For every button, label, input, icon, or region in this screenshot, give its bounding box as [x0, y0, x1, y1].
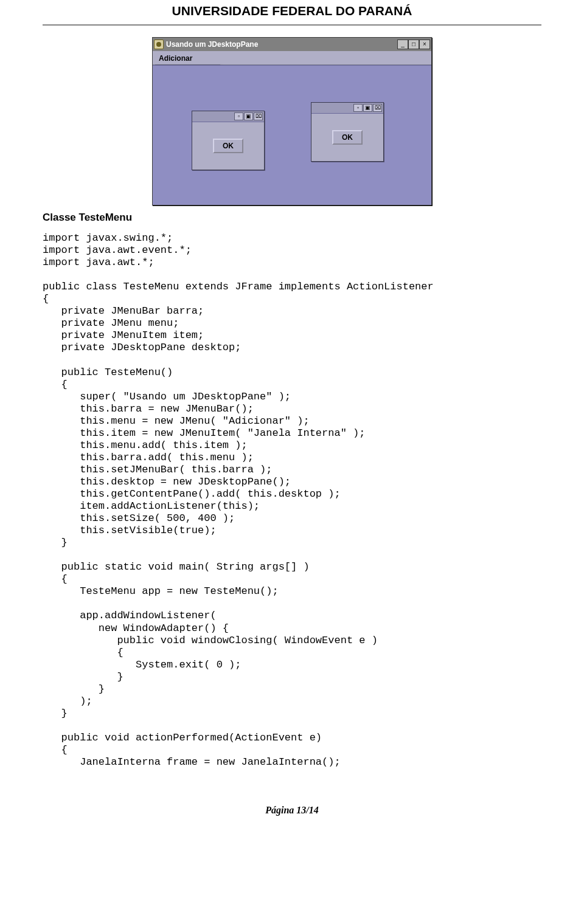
window-title: Usando um JDesktopPane: [166, 40, 397, 49]
java-cup-icon: [154, 40, 164, 49]
ok-button[interactable]: OK: [332, 130, 363, 145]
iconify-icon[interactable]: ▫: [353, 104, 363, 112]
close-icon[interactable]: ⌧: [373, 104, 382, 112]
internal-frame-body: OK: [311, 114, 383, 161]
document-page: UNIVERSIDADE FEDERAL DO PARANÁ Usando um…: [0, 0, 584, 840]
minimize-button[interactable]: _: [397, 40, 408, 49]
screenshot-container: Usando um JDesktopPane _ □ × Adicionar J…: [43, 37, 541, 205]
titlebar: Usando um JDesktopPane _ □ ×: [153, 38, 431, 51]
internal-frame[interactable]: ▫ ▣ ⌧ OK: [192, 111, 265, 170]
menu-bar: Adicionar: [153, 51, 431, 65]
internal-frame-body: OK: [192, 122, 264, 170]
page-header: UNIVERSIDADE FEDERAL DO PARANÁ: [43, 0, 541, 24]
app-window: Usando um JDesktopPane _ □ × Adicionar J…: [152, 37, 432, 205]
internal-frame-titlebar: ▫ ▣ ⌧: [311, 103, 383, 114]
maximize-button[interactable]: □: [408, 40, 419, 49]
menu-adicionar[interactable]: Adicionar: [155, 53, 196, 63]
desktop-pane: ▫ ▣ ⌧ OK ▫ ▣ ⌧ OK: [153, 65, 431, 205]
page-number: Página 13/14: [43, 805, 541, 816]
code-block: import javax.swing.*; import java.awt.ev…: [43, 232, 541, 768]
close-icon[interactable]: ⌧: [254, 112, 263, 120]
internal-frame-titlebar: ▫ ▣ ⌧: [192, 111, 264, 122]
window-controls: _ □ ×: [397, 40, 430, 49]
section-heading: Classe TesteMenu: [43, 212, 541, 224]
ok-button[interactable]: OK: [213, 139, 243, 153]
maximize-icon[interactable]: ▣: [363, 104, 372, 112]
iconify-icon[interactable]: ▫: [234, 112, 243, 120]
maximize-icon[interactable]: ▣: [244, 112, 253, 120]
internal-frame[interactable]: ▫ ▣ ⌧ OK: [311, 102, 384, 162]
header-divider: [43, 24, 541, 26]
close-button[interactable]: ×: [419, 40, 430, 49]
